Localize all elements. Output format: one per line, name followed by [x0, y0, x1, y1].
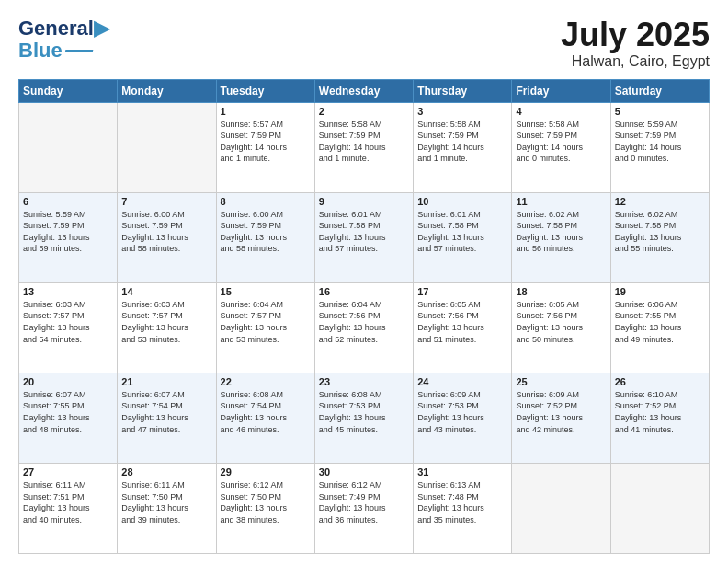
calendar-cell: 25Sunrise: 6:09 AM Sunset: 7:52 PM Dayli… [512, 373, 610, 463]
calendar-cell: 1Sunrise: 5:57 AM Sunset: 7:59 PM Daylig… [216, 102, 314, 192]
day-info: Sunrise: 6:07 AM Sunset: 7:55 PM Dayligh… [23, 389, 113, 435]
calendar-cell: 8Sunrise: 6:00 AM Sunset: 7:59 PM Daylig… [216, 192, 314, 282]
day-number: 11 [516, 196, 606, 207]
calendar-cell: 23Sunrise: 6:08 AM Sunset: 7:53 PM Dayli… [314, 373, 413, 463]
calendar-cell: 4Sunrise: 5:58 AM Sunset: 7:59 PM Daylig… [512, 102, 610, 192]
calendar-cell [118, 102, 216, 192]
col-sunday: Sunday [19, 79, 118, 102]
day-number: 8 [221, 196, 311, 207]
day-info: Sunrise: 6:09 AM Sunset: 7:53 PM Dayligh… [417, 389, 507, 435]
day-info: Sunrise: 6:05 AM Sunset: 7:56 PM Dayligh… [417, 299, 507, 345]
day-number: 27 [23, 466, 113, 477]
calendar-cell: 24Sunrise: 6:09 AM Sunset: 7:53 PM Dayli… [414, 373, 512, 463]
day-number: 16 [319, 286, 409, 297]
page: General▶ Blue July 2025 Halwan, Cairo, E… [0, 0, 728, 563]
day-number: 1 [221, 106, 311, 117]
calendar-cell: 29Sunrise: 6:12 AM Sunset: 7:50 PM Dayli… [216, 463, 314, 553]
day-number: 19 [615, 286, 705, 297]
day-number: 26 [615, 376, 705, 387]
day-info: Sunrise: 6:10 AM Sunset: 7:52 PM Dayligh… [615, 389, 705, 435]
day-info: Sunrise: 6:12 AM Sunset: 7:49 PM Dayligh… [319, 479, 409, 525]
calendar-cell: 19Sunrise: 6:06 AM Sunset: 7:55 PM Dayli… [610, 282, 709, 373]
day-info: Sunrise: 6:08 AM Sunset: 7:54 PM Dayligh… [221, 389, 311, 435]
day-info: Sunrise: 5:58 AM Sunset: 7:59 PM Dayligh… [319, 119, 409, 165]
calendar-cell [610, 463, 709, 553]
day-info: Sunrise: 6:02 AM Sunset: 7:58 PM Dayligh… [516, 209, 606, 255]
calendar-cell: 22Sunrise: 6:08 AM Sunset: 7:54 PM Dayli… [216, 373, 314, 463]
day-info: Sunrise: 6:11 AM Sunset: 7:51 PM Dayligh… [23, 479, 113, 525]
day-number: 3 [417, 106, 507, 117]
day-number: 9 [319, 196, 409, 207]
day-info: Sunrise: 6:09 AM Sunset: 7:52 PM Dayligh… [516, 389, 606, 435]
day-info: Sunrise: 6:13 AM Sunset: 7:48 PM Dayligh… [417, 479, 507, 525]
day-number: 10 [417, 196, 507, 207]
calendar-cell: 15Sunrise: 6:04 AM Sunset: 7:57 PM Dayli… [216, 282, 314, 373]
calendar-cell: 28Sunrise: 6:11 AM Sunset: 7:50 PM Dayli… [118, 463, 216, 553]
calendar: Sunday Monday Tuesday Wednesday Thursday… [18, 79, 710, 554]
day-info: Sunrise: 6:00 AM Sunset: 7:59 PM Dayligh… [221, 209, 311, 255]
calendar-cell [19, 102, 118, 192]
week-row: 20Sunrise: 6:07 AM Sunset: 7:55 PM Dayli… [19, 373, 710, 463]
calendar-cell: 11Sunrise: 6:02 AM Sunset: 7:58 PM Dayli… [512, 192, 610, 282]
calendar-cell: 18Sunrise: 6:05 AM Sunset: 7:56 PM Dayli… [512, 282, 610, 373]
calendar-cell: 10Sunrise: 6:01 AM Sunset: 7:58 PM Dayli… [414, 192, 512, 282]
col-tuesday: Tuesday [216, 79, 314, 102]
logo-text: General▶ [18, 17, 109, 40]
day-info: Sunrise: 6:01 AM Sunset: 7:58 PM Dayligh… [417, 209, 507, 255]
main-title: July 2025 [561, 17, 710, 53]
day-number: 14 [121, 286, 211, 297]
calendar-cell: 12Sunrise: 6:02 AM Sunset: 7:58 PM Dayli… [610, 192, 709, 282]
calendar-header-row: Sunday Monday Tuesday Wednesday Thursday… [19, 79, 710, 102]
day-number: 30 [319, 466, 409, 477]
col-monday: Monday [118, 79, 216, 102]
col-friday: Friday [512, 79, 610, 102]
day-number: 12 [615, 196, 705, 207]
calendar-cell: 6Sunrise: 5:59 AM Sunset: 7:59 PM Daylig… [19, 192, 118, 282]
calendar-cell: 27Sunrise: 6:11 AM Sunset: 7:51 PM Dayli… [19, 463, 118, 553]
header: General▶ Blue July 2025 Halwan, Cairo, E… [18, 17, 710, 70]
day-number: 13 [23, 286, 113, 297]
week-row: 1Sunrise: 5:57 AM Sunset: 7:59 PM Daylig… [19, 102, 710, 192]
subtitle: Halwan, Cairo, Egypt [561, 53, 710, 70]
day-info: Sunrise: 6:12 AM Sunset: 7:50 PM Dayligh… [221, 479, 311, 525]
day-number: 5 [615, 106, 705, 117]
day-info: Sunrise: 5:57 AM Sunset: 7:59 PM Dayligh… [221, 119, 311, 165]
day-number: 28 [121, 466, 211, 477]
day-number: 23 [319, 376, 409, 387]
calendar-cell: 7Sunrise: 6:00 AM Sunset: 7:59 PM Daylig… [118, 192, 216, 282]
col-saturday: Saturday [610, 79, 709, 102]
day-number: 25 [516, 376, 606, 387]
day-number: 29 [221, 466, 311, 477]
day-info: Sunrise: 6:04 AM Sunset: 7:56 PM Dayligh… [319, 299, 409, 345]
day-info: Sunrise: 6:08 AM Sunset: 7:53 PM Dayligh… [319, 389, 409, 435]
calendar-cell: 30Sunrise: 6:12 AM Sunset: 7:49 PM Dayli… [314, 463, 413, 553]
day-info: Sunrise: 6:07 AM Sunset: 7:54 PM Dayligh… [121, 389, 211, 435]
day-number: 21 [121, 376, 211, 387]
title-block: July 2025 Halwan, Cairo, Egypt [561, 17, 710, 70]
week-row: 6Sunrise: 5:59 AM Sunset: 7:59 PM Daylig… [19, 192, 710, 282]
calendar-cell: 13Sunrise: 6:03 AM Sunset: 7:57 PM Dayli… [19, 282, 118, 373]
day-info: Sunrise: 6:04 AM Sunset: 7:57 PM Dayligh… [221, 299, 311, 345]
day-info: Sunrise: 5:59 AM Sunset: 7:59 PM Dayligh… [615, 119, 705, 165]
day-number: 20 [23, 376, 113, 387]
day-info: Sunrise: 6:02 AM Sunset: 7:58 PM Dayligh… [615, 209, 705, 255]
day-info: Sunrise: 6:03 AM Sunset: 7:57 PM Dayligh… [23, 299, 113, 345]
week-row: 27Sunrise: 6:11 AM Sunset: 7:51 PM Dayli… [19, 463, 710, 553]
week-row: 13Sunrise: 6:03 AM Sunset: 7:57 PM Dayli… [19, 282, 710, 373]
calendar-cell: 9Sunrise: 6:01 AM Sunset: 7:58 PM Daylig… [314, 192, 413, 282]
day-number: 17 [417, 286, 507, 297]
logo: General▶ Blue [18, 17, 109, 63]
calendar-cell: 16Sunrise: 6:04 AM Sunset: 7:56 PM Dayli… [314, 282, 413, 373]
calendar-cell: 20Sunrise: 6:07 AM Sunset: 7:55 PM Dayli… [19, 373, 118, 463]
day-number: 31 [417, 466, 507, 477]
day-info: Sunrise: 6:05 AM Sunset: 7:56 PM Dayligh… [516, 299, 606, 345]
logo-blue-text: Blue [18, 39, 63, 63]
day-info: Sunrise: 6:00 AM Sunset: 7:59 PM Dayligh… [121, 209, 211, 255]
day-number: 22 [221, 376, 311, 387]
day-number: 4 [516, 106, 606, 117]
calendar-cell [512, 463, 610, 553]
day-number: 15 [221, 286, 311, 297]
day-info: Sunrise: 6:06 AM Sunset: 7:55 PM Dayligh… [615, 299, 705, 345]
day-info: Sunrise: 5:59 AM Sunset: 7:59 PM Dayligh… [23, 209, 113, 255]
day-number: 24 [417, 376, 507, 387]
